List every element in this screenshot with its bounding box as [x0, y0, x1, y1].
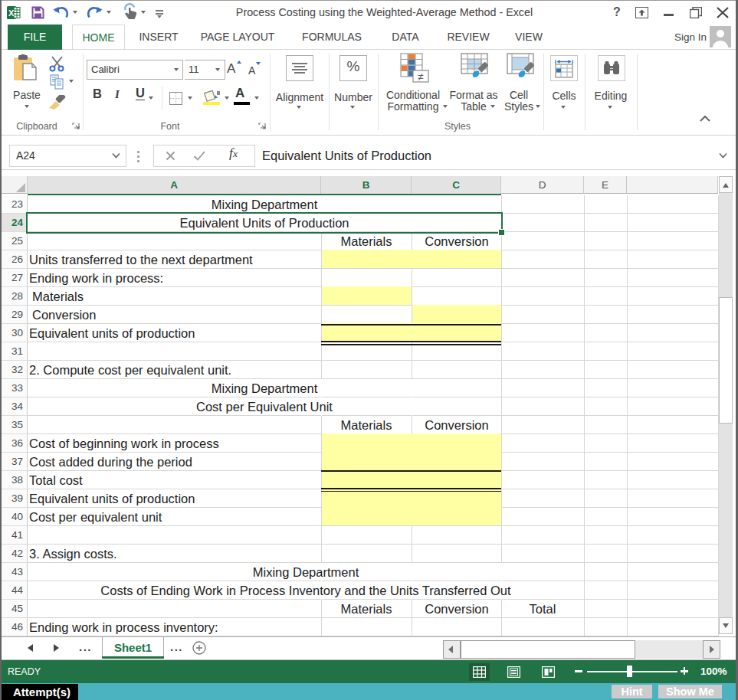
svg-text:≠: ≠: [418, 70, 424, 83]
svg-text:X: X: [8, 8, 15, 18]
